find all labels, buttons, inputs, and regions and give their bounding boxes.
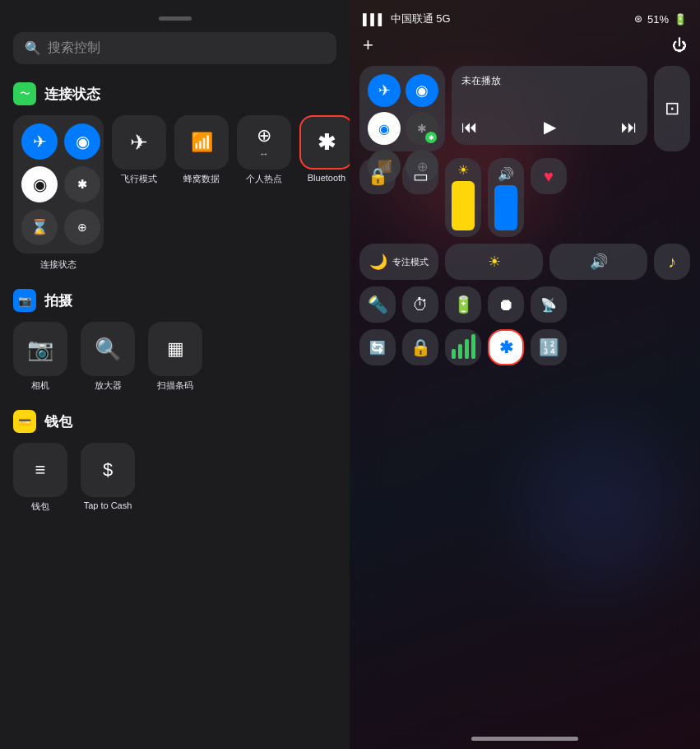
drag-handle[interactable] (159, 16, 192, 21)
connectivity-section-icon: 〜 (13, 82, 36, 105)
cc-rotation-lock-btn[interactable]: 🔒 (359, 158, 396, 194)
magnifier-ctrl-item: 🔍 放大器 (81, 322, 135, 392)
prev-btn[interactable]: ⏮ (461, 118, 478, 137)
battery-text: 51% (647, 13, 669, 26)
camera-btn[interactable]: 📷 (13, 322, 67, 376)
wallet-section-header: 💳 钱包 (13, 410, 336, 433)
next-btn[interactable]: ⏭ (621, 118, 637, 137)
left-panel: 🔍 搜索控制 〜 连接状态 ✈ ◉ ◉ ✱ ⌛ ⊕ 连接状态 (0, 0, 350, 749)
cc-power-btn[interactable]: ⏻ (672, 37, 687, 54)
wallet-section-title: 钱包 (44, 412, 72, 431)
cc-music-note-btn[interactable]: ♪ (654, 244, 690, 280)
cc-airplay-btn[interactable]: ⊡ (654, 66, 690, 151)
connectivity-grid: ✈ ◉ ◉ ✱ ⌛ ⊕ 连接状态 ✈ 飞行模式 📶 (13, 115, 336, 271)
camera-section-header: 📷 拍摄 (13, 289, 336, 312)
connectivity-label: 连接状态 (40, 258, 76, 271)
cellular-ctrl-label: 蜂窝数据 (183, 173, 220, 185)
airdrop-btn[interactable]: ◉ (64, 123, 100, 160)
cc-volume-slider[interactable]: 🔊 (488, 158, 524, 237)
airplane-ctrl-label: 飞行模式 (121, 173, 157, 185)
bluetooth-ctrl-label: Bluetooth (308, 173, 345, 183)
wallet-row: ≡ 钱包 $ Tap to Cash (13, 443, 336, 513)
scanner-ctrl-item: ▦ 扫描条码 (148, 322, 202, 392)
magnifier-label: 放大器 (95, 379, 122, 392)
bluetooth-ctrl-item: ✱ Bluetooth (299, 115, 350, 183)
cc-row-2: 🔒 ▭ ☀ 🔊 ♥ (359, 158, 690, 237)
status-bar: ▌▌▌ 中国联通 5G ⊛ 51% 🔋 (359, 12, 690, 26)
hotspot-ctrl-item: ⊕ ↔ 个人热点 (237, 115, 291, 185)
scanner-btn[interactable]: ▦ (148, 322, 202, 376)
tap-to-cash-btn[interactable]: $ (81, 443, 135, 497)
cc-bluetooth-mini-btn[interactable]: ✱ ✱ (406, 112, 438, 145)
cc-record-btn[interactable]: ⏺ (488, 286, 524, 323)
cc-add-btn[interactable]: + (363, 35, 373, 56)
cc-brightness-tile[interactable]: ☀ (445, 244, 543, 280)
right-panel: ▌▌▌ 中国联通 5G ⊛ 51% 🔋 + ⏻ ✈ ◉ ◉ (350, 0, 700, 749)
connectivity-section-title: 连接状态 (44, 85, 100, 104)
cc-battery-btn[interactable]: 🔋 (445, 286, 481, 323)
cellular-mini-btn[interactable]: ⌛ (21, 209, 58, 245)
camera-ctrl-item: 📷 相机 (13, 322, 67, 392)
bluetooth-ctrl-btn[interactable]: ✱ (299, 115, 350, 170)
cc-lock2-btn[interactable]: 🔒 (402, 329, 438, 365)
right-ctrl-items: ✈ 飞行模式 📶 蜂窝数据 ⊕ ↔ 个人热点 (112, 115, 350, 185)
wallet-label: 钱包 (31, 500, 49, 513)
status-left: ▌▌▌ 中国联通 5G (363, 12, 451, 26)
cc-airdrop-btn[interactable]: ◉ (406, 74, 438, 107)
cc-focus-tile[interactable]: 🌙 专注模式 (359, 244, 438, 280)
cc-bluetooth-highlighted-btn[interactable]: ✱ (488, 329, 524, 365)
wifi-btn[interactable]: ◉ (21, 166, 58, 202)
music-controls: ⏮ ▶ ⏭ (461, 117, 637, 137)
focus-label: 专注模式 (392, 256, 429, 268)
cc-antenna-btn[interactable]: 📡 (531, 286, 567, 323)
magnifier-btn[interactable]: 🔍 (81, 322, 135, 376)
cellular-ctrl-btn[interactable]: 📶 (174, 115, 229, 170)
cc-row-1: ✈ ◉ ◉ ✱ ✱ 📶 ⊕ 未在播放 ⏮ ▶ ⏭ (359, 66, 690, 151)
tap-to-cash-ctrl-item: $ Tap to Cash (81, 443, 135, 513)
search-placeholder: 搜索控制 (48, 40, 100, 57)
carrier-text: 中国联通 5G (391, 12, 451, 26)
cc-heart-btn[interactable]: ♥ (531, 158, 567, 194)
connectivity-section-header: 〜 连接状态 (13, 82, 336, 105)
airplane-ctrl-item: ✈ 飞行模式 (112, 115, 166, 185)
camera-section-title: 拍摄 (44, 291, 72, 310)
cc-connectivity-block: ✈ ◉ ◉ ✱ ✱ 📶 ⊕ (359, 66, 445, 151)
cc-grid: ✈ ◉ ◉ ✱ ✱ 📶 ⊕ 未在播放 ⏮ ▶ ⏭ (359, 66, 690, 728)
wallet-btn[interactable]: ≡ (13, 443, 67, 497)
search-icon: 🔍 (25, 40, 41, 56)
camera-label: 相机 (31, 379, 49, 392)
cc-timer-btn[interactable]: ⏱ (402, 286, 438, 323)
cc-mirror-btn[interactable]: ▭ (402, 158, 438, 194)
airplane-ctrl-btn[interactable]: ✈ (112, 115, 166, 170)
cc-flashlight-btn[interactable]: 🔦 (359, 286, 396, 323)
cc-bars-tile[interactable] (445, 329, 481, 365)
search-bar[interactable]: 🔍 搜索控制 (13, 32, 336, 64)
right-content: ▌▌▌ 中国联通 5G ⊛ 51% 🔋 + ⏻ ✈ ◉ ◉ (350, 0, 700, 749)
home-indicator[interactable] (471, 737, 578, 741)
camera-section-icon: 📷 (13, 289, 36, 312)
airplane-btn[interactable]: ✈ (21, 123, 58, 160)
hotspot-ctrl-label: 个人热点 (246, 173, 282, 185)
cc-brightness-slider[interactable]: ☀ (445, 158, 481, 237)
wallet-section-icon: 💳 (13, 410, 36, 433)
status-right: ⊛ 51% 🔋 (634, 13, 687, 26)
connectivity-mini-grid: ✈ ◉ ◉ ✱ ⌛ ⊕ (13, 115, 104, 254)
scanner-label: 扫描条码 (157, 379, 193, 392)
hotspot-mini-btn[interactable]: ⊕ (64, 209, 100, 245)
cc-row-5: 🔄 🔒 ✱ 🔢 (359, 329, 690, 365)
hotspot-ctrl-btn[interactable]: ⊕ ↔ (237, 115, 291, 170)
cc-calculator-btn[interactable]: 🔢 (531, 329, 567, 365)
play-btn[interactable]: ▶ (544, 117, 556, 137)
cc-rotate-btn[interactable]: 🔄 (359, 329, 396, 365)
cc-music-tile: 未在播放 ⏮ ▶ ⏭ (452, 66, 647, 145)
battery-icon: 🔋 (674, 13, 687, 26)
tap-to-cash-label: Tap to Cash (84, 500, 132, 510)
cc-header: + ⏻ (359, 35, 690, 56)
wallet-ctrl-item: ≡ 钱包 (13, 443, 67, 513)
cc-airplane-btn[interactable]: ✈ (368, 74, 401, 107)
bluetooth-mini-btn[interactable]: ✱ (64, 166, 100, 202)
not-playing-label: 未在播放 (461, 74, 637, 88)
cc-wifi-btn[interactable]: ◉ (368, 112, 401, 145)
camera-row: 📷 相机 🔍 放大器 ▦ 扫描条码 (13, 322, 336, 392)
cc-volume-tile[interactable]: 🔊 (549, 244, 647, 280)
